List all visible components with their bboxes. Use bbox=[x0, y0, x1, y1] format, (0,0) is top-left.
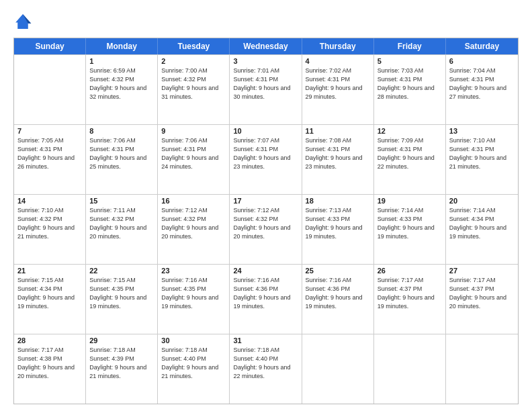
calendar-cell: 16Sunrise: 7:12 AMSunset: 4:32 PMDayligh… bbox=[158, 195, 230, 264]
day-info: Sunrise: 7:18 AMSunset: 4:39 PMDaylight:… bbox=[89, 346, 154, 381]
calendar-cell: 4Sunrise: 7:02 AMSunset: 4:31 PMDaylight… bbox=[302, 55, 374, 124]
day-info: Sunrise: 7:17 AMSunset: 4:37 PMDaylight:… bbox=[378, 276, 442, 311]
day-info: Sunrise: 7:17 AMSunset: 4:38 PMDaylight:… bbox=[17, 346, 82, 381]
calendar-cell: 13Sunrise: 7:10 AMSunset: 4:31 PMDayligh… bbox=[446, 125, 518, 194]
calendar-cell: 21Sunrise: 7:15 AMSunset: 4:34 PMDayligh… bbox=[14, 265, 86, 334]
day-number: 17 bbox=[233, 197, 298, 205]
day-number: 26 bbox=[378, 267, 442, 275]
day-number: 28 bbox=[17, 336, 82, 345]
day-number: 16 bbox=[161, 197, 226, 205]
weekday-header: Wednesday bbox=[230, 38, 302, 54]
day-info: Sunrise: 7:04 AMSunset: 4:31 PMDaylight:… bbox=[449, 66, 515, 101]
weekday-header: Sunday bbox=[14, 38, 86, 54]
calendar-cell: 29Sunrise: 7:18 AMSunset: 4:39 PMDayligh… bbox=[86, 334, 158, 404]
calendar-cell: 20Sunrise: 7:14 AMSunset: 4:34 PMDayligh… bbox=[446, 195, 518, 264]
day-info: Sunrise: 7:15 AMSunset: 4:34 PMDaylight:… bbox=[17, 276, 82, 311]
day-number: 30 bbox=[161, 336, 226, 345]
day-number: 22 bbox=[89, 267, 154, 275]
day-number: 3 bbox=[233, 57, 298, 65]
calendar-cell: 23Sunrise: 7:16 AMSunset: 4:35 PMDayligh… bbox=[158, 265, 230, 334]
calendar-header-row: SundayMondayTuesdayWednesdayThursdayFrid… bbox=[14, 38, 518, 54]
calendar-cell bbox=[446, 334, 518, 404]
calendar-body: 1Sunrise: 6:59 AMSunset: 4:32 PMDaylight… bbox=[14, 54, 518, 404]
day-info: Sunrise: 7:11 AMSunset: 4:32 PMDaylight:… bbox=[89, 206, 154, 241]
calendar-cell: 28Sunrise: 7:17 AMSunset: 4:38 PMDayligh… bbox=[14, 334, 86, 404]
weekday-header: Friday bbox=[374, 38, 446, 54]
day-info: Sunrise: 6:59 AMSunset: 4:32 PMDaylight:… bbox=[89, 66, 154, 101]
calendar-cell: 30Sunrise: 7:18 AMSunset: 4:40 PMDayligh… bbox=[158, 334, 230, 404]
day-number: 5 bbox=[378, 57, 442, 65]
calendar-cell: 14Sunrise: 7:10 AMSunset: 4:32 PMDayligh… bbox=[14, 195, 86, 264]
day-number: 23 bbox=[161, 267, 226, 275]
day-info: Sunrise: 7:06 AMSunset: 4:31 PMDaylight:… bbox=[89, 136, 154, 171]
day-number: 31 bbox=[233, 336, 298, 345]
day-info: Sunrise: 7:16 AMSunset: 4:36 PMDaylight:… bbox=[233, 276, 298, 311]
day-info: Sunrise: 7:09 AMSunset: 4:31 PMDaylight:… bbox=[378, 136, 442, 171]
calendar-cell: 17Sunrise: 7:12 AMSunset: 4:32 PMDayligh… bbox=[230, 195, 302, 264]
weekday-header: Saturday bbox=[446, 38, 518, 54]
calendar-cell: 19Sunrise: 7:14 AMSunset: 4:33 PMDayligh… bbox=[374, 195, 446, 264]
day-number: 15 bbox=[89, 197, 154, 205]
calendar-cell bbox=[14, 55, 86, 124]
day-info: Sunrise: 7:16 AMSunset: 4:35 PMDaylight:… bbox=[161, 276, 226, 311]
day-number: 10 bbox=[233, 127, 298, 135]
weekday-header: Thursday bbox=[302, 38, 374, 54]
day-number: 12 bbox=[378, 127, 442, 135]
day-info: Sunrise: 7:05 AMSunset: 4:31 PMDaylight:… bbox=[17, 136, 82, 171]
day-info: Sunrise: 7:17 AMSunset: 4:37 PMDaylight:… bbox=[449, 276, 515, 311]
calendar-cell: 9Sunrise: 7:06 AMSunset: 4:31 PMDaylight… bbox=[158, 125, 230, 194]
day-info: Sunrise: 7:16 AMSunset: 4:36 PMDaylight:… bbox=[306, 276, 370, 311]
calendar-cell: 22Sunrise: 7:15 AMSunset: 4:35 PMDayligh… bbox=[86, 265, 158, 334]
day-info: Sunrise: 7:03 AMSunset: 4:31 PMDaylight:… bbox=[378, 66, 442, 101]
day-number: 1 bbox=[89, 57, 154, 65]
calendar-cell bbox=[374, 334, 446, 404]
day-info: Sunrise: 7:00 AMSunset: 4:32 PMDaylight:… bbox=[161, 66, 226, 101]
day-info: Sunrise: 7:12 AMSunset: 4:32 PMDaylight:… bbox=[233, 206, 298, 241]
day-info: Sunrise: 7:18 AMSunset: 4:40 PMDaylight:… bbox=[233, 346, 298, 381]
calendar-cell: 24Sunrise: 7:16 AMSunset: 4:36 PMDayligh… bbox=[230, 265, 302, 334]
calendar-cell: 15Sunrise: 7:11 AMSunset: 4:32 PMDayligh… bbox=[86, 195, 158, 264]
day-number: 6 bbox=[449, 57, 515, 65]
calendar-week: 28Sunrise: 7:17 AMSunset: 4:38 PMDayligh… bbox=[14, 334, 518, 404]
calendar-cell: 7Sunrise: 7:05 AMSunset: 4:31 PMDaylight… bbox=[14, 125, 86, 194]
day-number: 21 bbox=[17, 267, 82, 275]
logo bbox=[13, 12, 35, 31]
calendar-cell: 5Sunrise: 7:03 AMSunset: 4:31 PMDaylight… bbox=[374, 55, 446, 124]
weekday-header: Tuesday bbox=[158, 38, 230, 54]
calendar-cell: 11Sunrise: 7:08 AMSunset: 4:31 PMDayligh… bbox=[302, 125, 374, 194]
day-info: Sunrise: 7:10 AMSunset: 4:31 PMDaylight:… bbox=[449, 136, 515, 171]
day-number: 4 bbox=[306, 57, 370, 65]
calendar-cell: 27Sunrise: 7:17 AMSunset: 4:37 PMDayligh… bbox=[446, 265, 518, 334]
day-number: 8 bbox=[89, 127, 154, 135]
calendar-cell: 12Sunrise: 7:09 AMSunset: 4:31 PMDayligh… bbox=[374, 125, 446, 194]
day-number: 13 bbox=[449, 127, 515, 135]
day-info: Sunrise: 7:12 AMSunset: 4:32 PMDaylight:… bbox=[161, 206, 226, 241]
calendar-cell: 31Sunrise: 7:18 AMSunset: 4:40 PMDayligh… bbox=[230, 334, 302, 404]
calendar-week: 7Sunrise: 7:05 AMSunset: 4:31 PMDaylight… bbox=[14, 124, 518, 194]
day-number: 20 bbox=[449, 197, 515, 205]
calendar-cell: 3Sunrise: 7:01 AMSunset: 4:31 PMDaylight… bbox=[230, 55, 302, 124]
calendar-cell: 10Sunrise: 7:07 AMSunset: 4:31 PMDayligh… bbox=[230, 125, 302, 194]
day-number: 27 bbox=[449, 267, 515, 275]
day-info: Sunrise: 7:07 AMSunset: 4:31 PMDaylight:… bbox=[233, 136, 298, 171]
calendar-cell: 6Sunrise: 7:04 AMSunset: 4:31 PMDaylight… bbox=[446, 55, 518, 124]
day-info: Sunrise: 7:15 AMSunset: 4:35 PMDaylight:… bbox=[89, 276, 154, 311]
day-info: Sunrise: 7:01 AMSunset: 4:31 PMDaylight:… bbox=[233, 66, 298, 101]
calendar-cell: 18Sunrise: 7:13 AMSunset: 4:33 PMDayligh… bbox=[302, 195, 374, 264]
logo-icon bbox=[13, 12, 32, 31]
day-number: 18 bbox=[306, 197, 370, 205]
day-number: 24 bbox=[233, 267, 298, 275]
day-number: 29 bbox=[89, 336, 154, 345]
calendar-week: 14Sunrise: 7:10 AMSunset: 4:32 PMDayligh… bbox=[14, 194, 518, 264]
calendar: SundayMondayTuesdayWednesdayThursdayFrid… bbox=[13, 38, 519, 404]
day-number: 25 bbox=[306, 267, 370, 275]
weekday-header: Monday bbox=[86, 38, 158, 54]
day-number: 14 bbox=[17, 197, 82, 205]
calendar-cell: 26Sunrise: 7:17 AMSunset: 4:37 PMDayligh… bbox=[374, 265, 446, 334]
calendar-cell: 8Sunrise: 7:06 AMSunset: 4:31 PMDaylight… bbox=[86, 125, 158, 194]
calendar-cell: 1Sunrise: 6:59 AMSunset: 4:32 PMDaylight… bbox=[86, 55, 158, 124]
header bbox=[13, 12, 519, 31]
day-info: Sunrise: 7:06 AMSunset: 4:31 PMDaylight:… bbox=[161, 136, 226, 171]
calendar-week: 1Sunrise: 6:59 AMSunset: 4:32 PMDaylight… bbox=[14, 54, 518, 124]
day-info: Sunrise: 7:14 AMSunset: 4:34 PMDaylight:… bbox=[449, 206, 515, 241]
